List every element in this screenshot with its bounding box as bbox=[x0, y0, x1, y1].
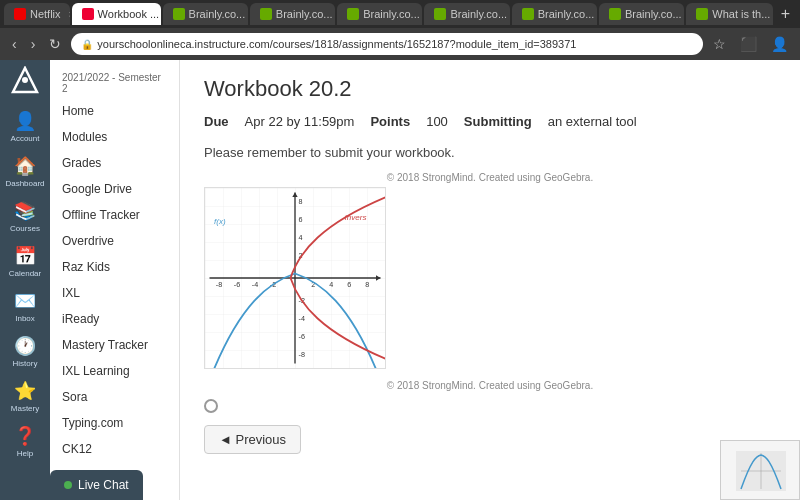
sidebar-link-typing.com[interactable]: Typing.com bbox=[50, 410, 179, 436]
tab-label-workbook: Workbook ... bbox=[98, 8, 160, 20]
sidebar-link-mastery-tracker[interactable]: Mastery Tracker bbox=[50, 332, 179, 358]
svg-text:6: 6 bbox=[347, 280, 351, 289]
sidebar-label-history: History bbox=[13, 359, 38, 368]
url-box[interactable]: 🔒 yourschoolonlineca.instructure.com/cou… bbox=[71, 33, 703, 55]
sidebar-link-offline-tracker[interactable]: Offline Tracker bbox=[50, 202, 179, 228]
sidebar-link-google-drive[interactable]: Google Drive bbox=[50, 176, 179, 202]
new-tab-button[interactable]: + bbox=[775, 5, 796, 23]
tab-label-brainly4: Brainly.co... bbox=[450, 8, 507, 20]
tab-label-brainly6: Brainly.co... bbox=[625, 8, 682, 20]
svg-text:4: 4 bbox=[329, 280, 333, 289]
tab-label-what: What is th... bbox=[712, 8, 770, 20]
canvas-logo bbox=[7, 64, 43, 100]
refresh-button[interactable]: ↻ bbox=[45, 34, 65, 54]
favicon-workbook bbox=[82, 8, 94, 20]
live-chat-label: Live Chat bbox=[78, 478, 129, 492]
logo-svg bbox=[9, 66, 41, 98]
sidebar-link-grades[interactable]: Grades bbox=[50, 150, 179, 176]
history-icon: 🕐 bbox=[14, 335, 36, 357]
left-sidebar: 👤 Account 🏠 Dashboard 📚 Courses 📅 Calend… bbox=[0, 60, 50, 500]
svg-text:-8: -8 bbox=[216, 280, 222, 289]
submit-note: Please remember to submit your workbook. bbox=[204, 145, 776, 160]
tab-label-brainly3: Brainly.co... bbox=[363, 8, 420, 20]
points-value: 100 bbox=[426, 114, 448, 129]
sidebar-item-help[interactable]: ❓ Help bbox=[0, 419, 50, 464]
sidebar-link-iready[interactable]: iReady bbox=[50, 306, 179, 332]
extensions-button[interactable]: ⬛ bbox=[736, 34, 761, 54]
tab-workbook[interactable]: Workbook ... × bbox=[72, 3, 161, 25]
tab-label-brainly5: Brainly.co... bbox=[538, 8, 595, 20]
due-label: Due bbox=[204, 114, 229, 129]
sidebar-link-raz-kids[interactable]: Raz Kids bbox=[50, 254, 179, 280]
address-bar: ‹ › ↻ 🔒 yourschoolonlineca.instructure.c… bbox=[0, 28, 800, 60]
favicon-brainly5 bbox=[522, 8, 534, 20]
sidebar-link-ixl[interactable]: IXL bbox=[50, 280, 179, 306]
favicon-brainly4 bbox=[434, 8, 446, 20]
nav-sidebar: 2021/2022 - Semester 2 HomeModulesGrades… bbox=[50, 60, 180, 500]
tab-label-brainly1: Brainly.co... bbox=[189, 8, 246, 20]
radio-button[interactable] bbox=[204, 399, 218, 413]
sidebar-label-mastery: Mastery bbox=[11, 404, 39, 413]
sidebar-link-home[interactable]: Home bbox=[50, 98, 179, 124]
sidebar-item-calendar[interactable]: 📅 Calendar bbox=[0, 239, 50, 284]
tab-label-netflix: Netflix bbox=[30, 8, 61, 20]
close-tab-netflix[interactable]: × bbox=[69, 9, 70, 20]
submitting-label: Submitting bbox=[464, 114, 532, 129]
sidebar-link-sora[interactable]: Sora bbox=[50, 384, 179, 410]
tab-brainly5[interactable]: Brainly.co... × bbox=[512, 3, 597, 25]
sidebar-link-ck12[interactable]: CK12 bbox=[50, 436, 179, 462]
points-label: Points bbox=[370, 114, 410, 129]
sidebar-label-dashboard: Dashboard bbox=[5, 179, 44, 188]
sidebar-item-courses[interactable]: 📚 Courses bbox=[0, 194, 50, 239]
courses-icon: 📚 bbox=[14, 200, 36, 222]
previous-button[interactable]: ◄ Previous bbox=[204, 425, 301, 454]
tab-brainly4[interactable]: Brainly.co... × bbox=[424, 3, 509, 25]
live-chat-button[interactable]: Live Chat bbox=[50, 470, 143, 500]
sidebar-item-history[interactable]: 🕐 History bbox=[0, 329, 50, 374]
calendar-icon: 📅 bbox=[14, 245, 36, 267]
submitting-value: an external tool bbox=[548, 114, 637, 129]
sidebar-item-dashboard[interactable]: 🏠 Dashboard bbox=[0, 149, 50, 194]
favicon-brainly1 bbox=[173, 8, 185, 20]
graph-container: -8 -6 -4 -2 2 4 6 8 8 6 4 2 -2 -4 -6 -8 bbox=[204, 187, 386, 369]
favicon-brainly3 bbox=[347, 8, 359, 20]
sidebar-item-account[interactable]: 👤 Account bbox=[0, 104, 50, 149]
tab-brainly1[interactable]: Brainly.co... × bbox=[163, 3, 248, 25]
browser-chrome: Netflix × Workbook ... × Brainly.co... ×… bbox=[0, 0, 800, 60]
dashboard-icon: 🏠 bbox=[14, 155, 36, 177]
svg-text:-4: -4 bbox=[299, 314, 305, 323]
mastery-icon: ⭐ bbox=[14, 380, 36, 402]
credit-top: © 2018 StrongMind. Created using GeoGebr… bbox=[204, 172, 776, 183]
sidebar-label-help: Help bbox=[17, 449, 33, 458]
sidebar-item-inbox[interactable]: ✉️ Inbox bbox=[0, 284, 50, 329]
sidebar-item-mastery[interactable]: ⭐ Mastery bbox=[0, 374, 50, 419]
tab-netflix[interactable]: Netflix × bbox=[4, 3, 70, 25]
favicon-brainly2 bbox=[260, 8, 272, 20]
nav-links: HomeModulesGradesGoogle DriveOffline Tra… bbox=[50, 98, 179, 500]
forward-button[interactable]: › bbox=[27, 34, 40, 54]
app-body: 👤 Account 🏠 Dashboard 📚 Courses 📅 Calend… bbox=[0, 60, 800, 500]
tab-label-brainly2: Brainly.co... bbox=[276, 8, 333, 20]
tab-brainly3[interactable]: Brainly.co... × bbox=[337, 3, 422, 25]
tab-bar: Netflix × Workbook ... × Brainly.co... ×… bbox=[0, 0, 800, 28]
sidebar-label-courses: Courses bbox=[10, 224, 40, 233]
svg-text:-6: -6 bbox=[234, 280, 240, 289]
back-button[interactable]: ‹ bbox=[8, 34, 21, 54]
help-icon: ❓ bbox=[14, 425, 36, 447]
svg-text:-8: -8 bbox=[299, 350, 305, 359]
tab-brainly2[interactable]: Brainly.co... × bbox=[250, 3, 335, 25]
bookmark-button[interactable]: ☆ bbox=[709, 34, 730, 54]
sidebar-label-inbox: Inbox bbox=[15, 314, 35, 323]
profile-button[interactable]: 👤 bbox=[767, 34, 792, 54]
tab-brainly6[interactable]: Brainly.co... × bbox=[599, 3, 684, 25]
sidebar-link-modules[interactable]: Modules bbox=[50, 124, 179, 150]
svg-text:-6: -6 bbox=[299, 332, 305, 341]
credit-bottom: © 2018 StrongMind. Created using GeoGebr… bbox=[204, 380, 776, 391]
sidebar-link-overdrive[interactable]: Overdrive bbox=[50, 228, 179, 254]
sidebar-link-ixl-learning[interactable]: IXL Learning bbox=[50, 358, 179, 384]
tab-what[interactable]: What is th... × bbox=[686, 3, 772, 25]
sidebar-label-account: Account bbox=[11, 134, 40, 143]
prev-button-label: ◄ Previous bbox=[219, 432, 286, 447]
svg-point-1 bbox=[22, 77, 28, 83]
svg-text:8: 8 bbox=[299, 197, 303, 206]
